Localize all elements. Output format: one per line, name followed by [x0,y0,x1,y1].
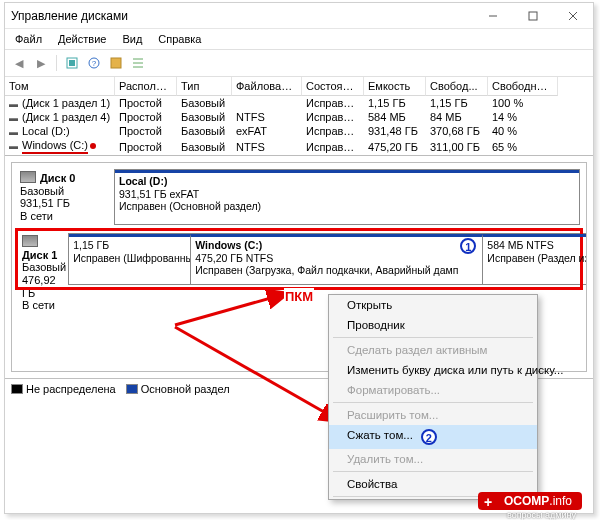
context-menu-item[interactable]: Открыть [329,295,537,315]
volume-free: 1,15 ГБ [426,96,488,110]
partition-status: Исправен (Раздел изгот [487,252,587,265]
svg-rect-5 [69,60,75,66]
partition-size: 584 МБ NTFS [487,239,587,252]
volume-fs: exFAT [232,124,302,138]
col-capacity[interactable]: Емкость [364,77,426,96]
step-badge: 2 [421,429,437,445]
partition-size: 931,51 ГБ exFAT [119,188,575,201]
volume-layout: Простой [115,124,177,138]
list-icon[interactable] [128,53,148,73]
volumes-table: Том Располож... Тип Файловая с... Состоя… [5,77,593,156]
properties-toolbar-icon[interactable] [106,53,126,73]
volume-row[interactable]: (Диск 1 раздел 1) Простой Базовый Исправ… [5,96,593,110]
menu-view[interactable]: Вид [116,31,148,47]
partition[interactable]: Local (D:) 931,51 ГБ exFAT Исправен (Осн… [115,170,579,224]
svg-text:?: ? [92,59,97,68]
context-menu-item: Удалить том... [329,449,537,469]
volume-free: 84 МБ [426,110,488,124]
volume-capacity: 1,15 ГБ [364,96,426,110]
volume-layout: Простой [115,140,177,154]
volume-capacity: 475,20 ГБ [364,140,426,154]
watermark: OCOMP.info вопросы админу [478,492,582,510]
disk-row: Диск 0 Базовый 931,51 ГБ В сети Local (D… [18,169,580,225]
volume-pct: 100 % [488,96,558,110]
annotation-pkm: ПКМ [284,288,314,305]
col-layout[interactable]: Располож... [115,77,177,96]
menubar: Файл Действие Вид Справка [5,29,593,50]
partition-size: 1,15 ГБ [73,239,186,252]
volume-name: Windows (C:) [5,138,115,155]
window-title: Управление дисками [11,9,473,23]
volume-pct: 40 % [488,124,558,138]
volume-row[interactable]: Local (D:) Простой Базовый exFAT Исправе… [5,124,593,138]
back-icon[interactable]: ◀ [9,53,29,73]
partitions: Local (D:) 931,51 ГБ exFAT Исправен (Осн… [114,169,580,225]
volume-capacity: 931,48 ГБ [364,124,426,138]
help-toolbar-icon[interactable]: ? [84,53,104,73]
maximize-button[interactable] [513,3,553,29]
menu-help[interactable]: Справка [152,31,207,47]
partition-size: 475,20 ГБ NTFS [195,252,478,265]
col-type[interactable]: Тип [177,77,232,96]
volume-layout: Простой [115,96,177,110]
volume-name: Local (D:) [5,124,115,138]
volumes-header: Том Располож... Тип Файловая с... Состоя… [5,77,593,96]
partition-status: Исправен (Загрузка, Файл подкачки, Авари… [195,264,478,277]
context-menu: ОткрытьПроводникСделать раздел активнымИ… [328,294,538,500]
menu-action[interactable]: Действие [52,31,112,47]
partition[interactable]: 1 Windows (C:) 475,20 ГБ NTFS Исправен (… [191,234,483,284]
titlebar: Управление дисками [5,3,593,29]
partition[interactable]: 1,15 ГБ Исправен (Шифрованный [69,234,191,284]
partition-name: Local (D:) [119,175,575,188]
forward-icon[interactable]: ▶ [31,53,51,73]
menu-separator [333,471,533,472]
menu-separator [333,402,533,403]
partitions: 1,15 ГБ Исправен (Шифрованный 1 Windows … [68,233,587,285]
volume-name: (Диск 1 раздел 1) [5,96,115,110]
partition[interactable]: 584 МБ NTFS Исправен (Раздел изгот [483,234,587,284]
toolbar-divider [56,55,57,71]
col-status[interactable]: Состояние [302,77,364,96]
volume-status: Исправен... [302,140,364,154]
volume-type: Базовый [177,140,232,154]
volume-pct: 65 % [488,140,558,154]
refresh-icon[interactable] [62,53,82,73]
context-menu-item: Форматировать... [329,380,537,400]
close-button[interactable] [553,3,593,29]
volume-status: Исправен... [302,96,364,110]
col-free[interactable]: Свобод... [426,77,488,96]
disk-info: Диск 0 Базовый 931,51 ГБ В сети [18,169,114,225]
col-fs[interactable]: Файловая с... [232,77,302,96]
partition-name: Windows (C:) [195,239,478,252]
volume-status: Исправен... [302,110,364,124]
context-menu-item[interactable]: Сжать том...2 [329,425,537,449]
context-menu-item[interactable]: Изменить букву диска или путь к диску... [329,360,537,380]
volume-row[interactable]: (Диск 1 раздел 4) Простой Базовый NTFS И… [5,110,593,124]
volume-layout: Простой [115,110,177,124]
disk-info: Диск 1 Базовый 476,92 ГБ В сети [20,233,68,285]
toolbar: ◀ ▶ ? [5,50,593,77]
menu-separator [333,337,533,338]
volume-fs: NTFS [232,140,302,154]
col-tom[interactable]: Том [5,77,115,96]
svg-rect-8 [111,58,121,68]
disk-name: Диск 0 [20,171,112,185]
disk-row: Диск 1 Базовый 476,92 ГБ В сети 1,15 ГБ … [18,231,580,287]
minimize-button[interactable] [473,3,513,29]
volume-pct: 14 % [488,110,558,124]
volume-free: 311,00 ГБ [426,140,488,154]
partition-status: Исправен (Шифрованный [73,252,186,265]
svg-rect-1 [529,12,537,20]
volume-status: Исправен... [302,124,364,138]
menu-file[interactable]: Файл [9,31,48,47]
context-menu-item[interactable]: Проводник [329,315,537,335]
volume-name: (Диск 1 раздел 4) [5,110,115,124]
volume-free: 370,68 ГБ [426,124,488,138]
volume-row[interactable]: Windows (C:) Простой Базовый NTFS Исправ… [5,138,593,155]
context-menu-item[interactable]: Свойства [329,474,537,494]
col-pct[interactable]: Свободно % [488,77,558,96]
partition-status: Исправен (Основной раздел) [119,200,575,213]
legend-unalloc: Не распределена [11,383,116,395]
context-menu-item: Сделать раздел активным [329,340,537,360]
disk-name: Диск 1 [22,235,66,261]
